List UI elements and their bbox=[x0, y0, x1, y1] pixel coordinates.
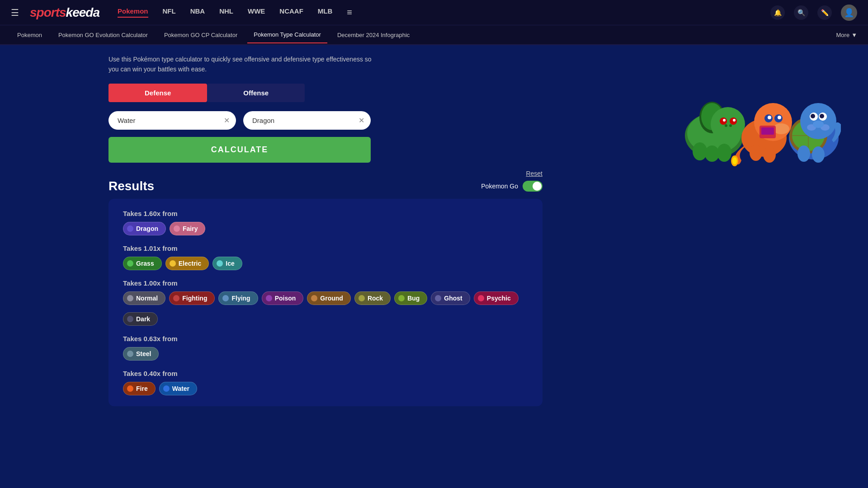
ground-dot bbox=[311, 295, 317, 301]
subnav-infographic[interactable]: December 2024 Infographic bbox=[331, 27, 416, 43]
hamburger-icon[interactable]: ☰ bbox=[11, 7, 19, 18]
steel-dot bbox=[127, 351, 133, 357]
svg-point-9 bbox=[725, 124, 727, 127]
badge-normal: Normal bbox=[123, 291, 165, 305]
badge-bug-label: Bug bbox=[407, 295, 420, 302]
badge-electric-label: Electric bbox=[179, 260, 202, 267]
badge-fighting: Fighting bbox=[169, 291, 215, 305]
badge-water: Water bbox=[159, 382, 197, 395]
svg-point-4 bbox=[711, 107, 745, 141]
nav-nhl[interactable]: NHL bbox=[219, 7, 233, 18]
more-icon[interactable]: ≡ bbox=[347, 7, 352, 18]
badge-dark-label: Dark bbox=[136, 315, 150, 323]
nav-nba[interactable]: NBA bbox=[190, 7, 205, 18]
badge-dragon-label: Dragon bbox=[136, 225, 158, 232]
dragon-dot bbox=[127, 225, 133, 232]
result-section-101: Takes 1.01x from Grass Electric Ice bbox=[123, 244, 528, 270]
svg-point-6 bbox=[723, 119, 726, 122]
badge-ice: Ice bbox=[212, 257, 242, 270]
badges-100: Normal Fighting Flying Poison Ground bbox=[123, 291, 528, 326]
type1-input-wrap: ✕ bbox=[108, 111, 236, 130]
nav-nfl[interactable]: NFL bbox=[163, 7, 176, 18]
defense-button[interactable]: Defense bbox=[108, 84, 207, 102]
electric-dot bbox=[170, 260, 176, 267]
badge-flying: Flying bbox=[218, 291, 258, 305]
badge-fire: Fire bbox=[123, 382, 156, 395]
badge-ground-label: Ground bbox=[320, 295, 343, 302]
badge-ground: Ground bbox=[307, 291, 351, 305]
svg-point-11 bbox=[693, 142, 707, 160]
results-meta-row: Reset bbox=[108, 170, 542, 177]
logo-rest: keeda bbox=[66, 5, 99, 19]
svg-point-13 bbox=[717, 144, 731, 162]
badge-poison: Poison bbox=[262, 291, 304, 305]
edit-icon[interactable]: ✏️ bbox=[817, 5, 832, 20]
result-label-063: Takes 0.63x from bbox=[123, 335, 528, 343]
badges-101: Grass Electric Ice bbox=[123, 257, 528, 270]
user-avatar[interactable]: 👤 bbox=[841, 5, 857, 21]
flying-dot bbox=[222, 295, 229, 301]
pokemon-go-toggle-row: Pokemon Go bbox=[481, 181, 542, 192]
pokemon-go-toggle-switch[interactable] bbox=[523, 181, 542, 192]
nav-mlb[interactable]: MLB bbox=[318, 7, 333, 18]
type1-input[interactable] bbox=[108, 111, 236, 130]
offense-button[interactable]: Offense bbox=[207, 84, 305, 102]
pokemon-go-label: Pokemon Go bbox=[481, 183, 518, 190]
reset-button[interactable]: Reset bbox=[526, 170, 542, 177]
result-section-063: Takes 0.63x from Steel bbox=[123, 335, 528, 361]
result-section-100: Takes 1.00x from Normal Fighting Flying … bbox=[123, 279, 528, 326]
ghost-dot bbox=[435, 295, 441, 301]
grass-dot bbox=[127, 260, 133, 267]
nav-ncaaf[interactable]: NCAAF bbox=[279, 7, 303, 18]
badges-063: Steel bbox=[123, 347, 528, 361]
svg-point-26 bbox=[763, 146, 776, 163]
badge-fighting-label: Fighting bbox=[182, 295, 207, 302]
pokemon-svg bbox=[669, 50, 841, 167]
ice-dot bbox=[217, 260, 223, 267]
badge-fire-label: Fire bbox=[136, 385, 148, 392]
badge-psychic: Psychic bbox=[474, 291, 519, 305]
badge-flying-label: Flying bbox=[231, 295, 250, 302]
bug-dot bbox=[398, 295, 405, 301]
badge-electric: Electric bbox=[165, 257, 209, 270]
psychic-dot bbox=[478, 295, 484, 301]
normal-dot bbox=[127, 295, 133, 301]
subnav-pokemon[interactable]: Pokemon bbox=[11, 27, 48, 43]
badge-dark: Dark bbox=[123, 312, 158, 326]
top-nav: ☰ sportskeeda Pokemon NFL NBA NHL WWE NC… bbox=[0, 0, 868, 25]
badge-water-label: Water bbox=[172, 385, 189, 392]
subnav-evolution-calc[interactable]: Pokemon GO Evolution Calculator bbox=[52, 27, 154, 43]
svg-point-39 bbox=[813, 121, 824, 128]
subnav-more-btn[interactable]: More ▼ bbox=[836, 32, 858, 38]
nav-wwe[interactable]: WWE bbox=[248, 7, 265, 18]
svg-point-24 bbox=[732, 157, 737, 164]
badge-psychic-label: Psychic bbox=[487, 295, 511, 302]
type2-input[interactable] bbox=[243, 111, 371, 130]
badges-160: Dragon Fairy bbox=[123, 222, 528, 235]
logo-colored: sports bbox=[30, 5, 66, 19]
calculate-button[interactable]: CALCULATE bbox=[108, 137, 371, 163]
bell-icon[interactable]: 🔔 bbox=[770, 5, 785, 20]
subnav-cp-calc[interactable]: Pokemon GO CP Calculator bbox=[158, 27, 244, 43]
fighting-dot bbox=[173, 295, 179, 301]
subnav-type-calc[interactable]: Pokemon Type Calculator bbox=[247, 27, 327, 43]
main-content: Use this Pokémon type calculator to quic… bbox=[0, 45, 868, 415]
result-section-040: Takes 0.40x from Fire Water bbox=[123, 370, 528, 395]
results-box: Takes 1.60x from Dragon Fairy Takes 1.01… bbox=[108, 199, 542, 406]
pokemon-illustration bbox=[660, 41, 841, 167]
badge-steel-label: Steel bbox=[136, 350, 151, 357]
result-label-101: Takes 1.01x from bbox=[123, 244, 528, 252]
dark-dot bbox=[127, 316, 133, 322]
svg-point-10 bbox=[729, 124, 732, 127]
type1-clear-button[interactable]: ✕ bbox=[224, 116, 230, 125]
badge-rock-label: Rock bbox=[368, 295, 383, 302]
svg-point-25 bbox=[750, 145, 762, 161]
svg-point-38 bbox=[820, 114, 824, 118]
site-logo[interactable]: sportskeeda bbox=[30, 5, 99, 20]
result-label-040: Takes 0.40x from bbox=[123, 370, 528, 377]
type2-clear-button[interactable]: ✕ bbox=[359, 116, 364, 125]
nav-pokemon[interactable]: Pokemon bbox=[118, 7, 148, 18]
results-title: Results bbox=[108, 179, 154, 193]
page-description: Use this Pokémon type calculator to quic… bbox=[108, 54, 380, 75]
search-icon[interactable]: 🔍 bbox=[794, 5, 808, 20]
